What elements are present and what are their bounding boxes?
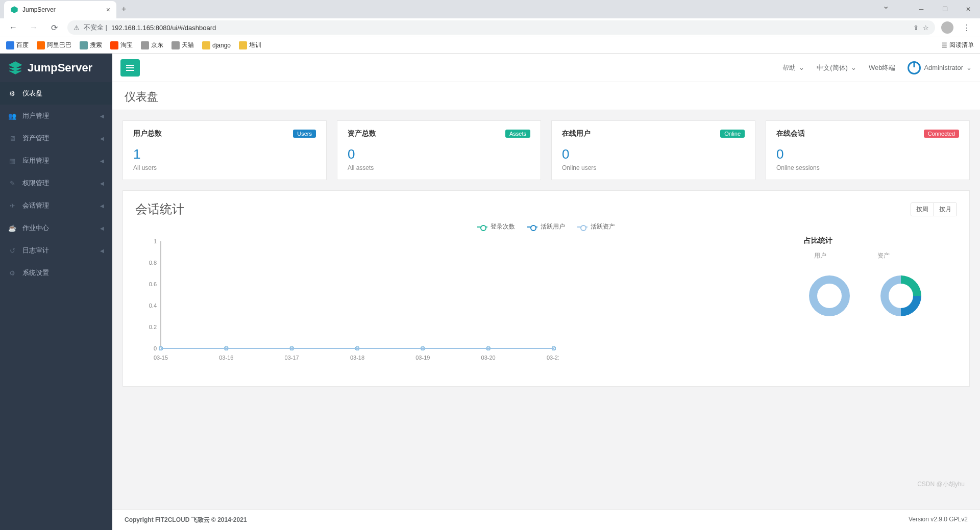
svg-text:0.8: 0.8 [149,260,157,266]
bookmark-item[interactable]: 阿里巴巴 [37,41,71,49]
url-prefix: 不安全 | [84,23,107,32]
menu-icon[interactable]: ⋮ [960,23,974,33]
nav-icon: ☕ [8,224,16,232]
sidebar-item-3[interactable]: ▦应用管理◀ [0,149,112,172]
stat-subtitle: Online sessions [776,164,959,171]
svg-text:0: 0 [154,345,157,351]
nav-icon: 👥 [8,112,16,120]
chart-range-toggle: 按周 按月 [911,203,957,216]
version: Version v2.9.0 GPLv2 [909,516,968,524]
chart-panel: 会话统计 按周 按月 登录次数活跃用户活跃资产 00.20.40.60.8103… [122,190,970,387]
url-input[interactable]: ⚠ 不安全 | 192.168.1.165:8080/ui/#/dashboar… [67,20,935,35]
donut-labels: 用户 资产 [804,251,957,260]
web-terminal-link[interactable]: Web终端 [869,63,896,72]
stat-value: 0 [348,146,530,162]
sidebar-item-5[interactable]: ✈会话管理◀ [0,194,112,217]
stat-card: 用户总数Users1All users [122,120,327,180]
bookmark-item[interactable]: django [202,41,231,49]
chevron-left-icon: ◀ [100,136,104,141]
power-icon [908,61,921,74]
svg-text:03-18: 03-18 [350,355,364,361]
stat-card: 资产总数Assets0All assets [337,120,541,180]
stat-row: 用户总数Users1All users资产总数Assets0All assets… [122,120,970,180]
page-title: 仪表盘 [112,82,980,110]
main: 帮助⌄ 中文(简体)⌄ Web终端 Administrator ⌄ 仪表盘 用户… [112,54,980,530]
stat-subtitle: Online users [562,164,745,171]
sidebar-item-4[interactable]: ✎权限管理◀ [0,172,112,194]
bookmark-icon [80,41,88,49]
bookmark-item[interactable]: 淘宝 [110,41,133,49]
chart-body: 00.20.40.60.8103-1503-1603-1703-1803-190… [135,236,957,366]
window-controls: ⌄ ─ ☐ ✕ [883,1,980,17]
url-text: 192.168.1.165:8080/ui/#/dashboard [111,24,216,32]
tab-favicon [10,6,18,14]
tab-dropdown-icon[interactable]: ⌄ [883,1,889,17]
copyright: Copyright FIT2CLOUD 飞致云 © 2014-2021 [125,516,247,524]
bookmark-label: 阿里巴巴 [47,41,71,49]
bookmark-label: 搜索 [90,41,102,49]
by-week-button[interactable]: 按周 [911,203,934,216]
legend-item[interactable]: 登录次数 [477,222,515,231]
back-button[interactable]: ← [6,23,20,32]
donut-row [804,270,957,323]
profile-icon[interactable] [941,21,953,34]
logo[interactable]: JumpServer [0,54,112,82]
donut-label-user: 用户 [814,251,826,260]
topbar-right: 帮助⌄ 中文(简体)⌄ Web终端 Administrator ⌄ [782,61,972,74]
user-menu[interactable]: Administrator ⌄ [908,61,972,74]
sidebar-item-7[interactable]: ↺日志审计◀ [0,239,112,262]
chevron-left-icon: ◀ [100,113,104,119]
chevron-left-icon: ◀ [100,181,104,186]
lang-menu[interactable]: 中文(简体)⌄ [817,63,856,72]
bookmark-label: 淘宝 [120,41,133,49]
topbar: 帮助⌄ 中文(简体)⌄ Web终端 Administrator ⌄ [112,54,980,82]
chart-title: 会话统计 [135,201,184,217]
bookmark-item[interactable]: 搜索 [80,41,102,49]
bookmark-icon [6,41,14,49]
toggle-sidebar-button[interactable] [120,59,140,77]
bookmark-item[interactable]: 培训 [239,41,261,49]
stat-subtitle: All assets [348,164,530,171]
sidebar-item-0[interactable]: ⚙仪表盘 [0,82,112,105]
browser-tab[interactable]: JumpServer × [4,1,116,18]
sidebar-item-1[interactable]: 👥用户管理◀ [0,105,112,127]
reading-list-button[interactable]: ☰ 阅读清单 [942,41,974,49]
bookmark-item[interactable]: 百度 [6,41,29,49]
help-menu[interactable]: 帮助⌄ [782,63,804,72]
by-month-button[interactable]: 按月 [934,203,957,216]
legend-marker [527,224,537,230]
user-label: Administrator [924,64,963,71]
forward-button[interactable]: → [27,23,41,32]
bookmark-item[interactable]: 京东 [141,41,163,49]
bookmark-label: 百度 [16,41,29,49]
stat-title: 资产总数 [348,129,376,138]
share-icon[interactable]: ⇧ [913,24,919,32]
minimize-button[interactable]: ─ [910,1,933,17]
donut-chart [875,270,926,323]
nav-label: 作业中心 [22,223,49,233]
chart-header: 会话统计 按周 按月 [135,201,957,217]
maximize-button[interactable]: ☐ [933,1,957,17]
stat-badge: Connected [924,130,959,138]
legend-item[interactable]: 活跃用户 [527,222,565,231]
stat-title: 在线会话 [776,129,805,138]
nav-icon: ✎ [8,180,16,187]
chevron-left-icon: ◀ [100,248,104,254]
nav-label: 应用管理 [22,156,49,165]
svg-text:03-15: 03-15 [154,355,168,361]
new-tab-button[interactable]: + [121,5,126,14]
nav-label: 会话管理 [22,201,49,210]
tab-title: JumpServer [22,6,102,13]
stat-badge: Users [293,130,316,138]
sidebar-item-8[interactable]: ⚙系统设置 [0,262,112,284]
star-icon[interactable]: ☆ [923,24,929,32]
close-icon[interactable]: × [106,6,110,14]
close-window-button[interactable]: ✕ [957,1,980,17]
bookmark-item[interactable]: 天猫 [172,41,194,49]
sidebar-item-2[interactable]: 🖥资产管理◀ [0,127,112,149]
svg-text:03-17: 03-17 [285,355,299,361]
reload-button[interactable]: ⟳ [47,23,61,33]
sidebar-item-6[interactable]: ☕作业中心◀ [0,217,112,239]
legend-item[interactable]: 活跃资产 [577,222,615,231]
brand-text: JumpServer [28,61,92,74]
